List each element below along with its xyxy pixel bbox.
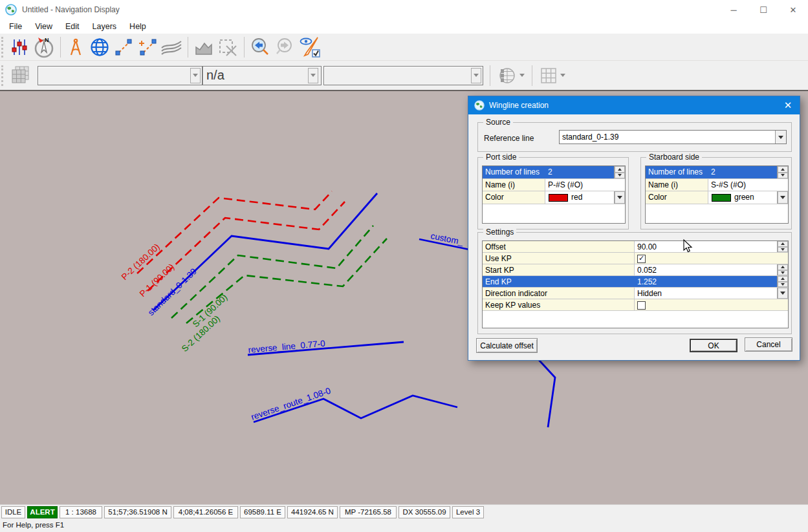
spin-down-icon[interactable]: [615, 173, 625, 179]
display-settings-button[interactable]: [297, 35, 323, 59]
starboard-color-row[interactable]: Color green: [646, 191, 788, 204]
ok-button[interactable]: OK: [690, 339, 737, 352]
dropdown-arrow-icon[interactable]: [615, 191, 625, 204]
direction-indicator-label[interactable]: Direction indicator: [483, 288, 635, 299]
dialog-title-bar[interactable]: Wingline creation ✕: [468, 96, 800, 114]
end-kp-value[interactable]: 1.252: [635, 276, 777, 287]
starboard-color-label[interactable]: Color: [646, 191, 708, 204]
dropdown-arrow-icon[interactable]: [778, 191, 788, 204]
starboard-number-of-lines-spinner[interactable]: [777, 166, 788, 178]
close-button[interactable]: ✕: [778, 0, 808, 19]
spin-down-icon[interactable]: [778, 173, 788, 179]
use-kp-label[interactable]: Use KP: [483, 253, 635, 264]
port-name-row[interactable]: Name (i) P-#S (#O): [483, 179, 625, 191]
menu-layers[interactable]: Layers: [86, 19, 124, 34]
reference-line-standard[interactable]: [153, 193, 377, 310]
starboard-name-row[interactable]: Name (i) S-#S (#O): [646, 179, 788, 191]
scale-combo-arrow[interactable]: [308, 68, 318, 83]
starboard-number-of-lines-row[interactable]: Number of lines 2: [646, 166, 788, 179]
parallel-lines-button[interactable]: [158, 35, 184, 59]
spin-up-icon[interactable]: [778, 166, 788, 173]
layer-combo-right[interactable]: [323, 66, 483, 85]
spin-up-icon[interactable]: [615, 166, 625, 173]
deselect-area-button[interactable]: [216, 35, 241, 59]
grid-dropdown-arrow[interactable]: [560, 74, 565, 77]
starboard-color-combo-arrow[interactable]: [777, 191, 788, 204]
layers-grid-button[interactable]: [8, 63, 32, 88]
spin-down-icon[interactable]: [778, 282, 788, 288]
start-kp-spinner[interactable]: [777, 264, 788, 275]
menu-help[interactable]: Help: [123, 19, 153, 34]
keep-kp-values-row[interactable]: Keep KP values: [483, 299, 788, 311]
layer-combo-left[interactable]: [38, 66, 202, 85]
spin-up-icon[interactable]: [778, 241, 788, 247]
spin-up-icon[interactable]: [778, 264, 788, 270]
use-kp-row[interactable]: Use KP: [483, 253, 788, 264]
port-number-of-lines-value[interactable]: 2: [545, 166, 614, 178]
projection-dropdown-arrow[interactable]: [519, 74, 525, 77]
offset-spinner[interactable]: [777, 241, 788, 252]
menu-view[interactable]: View: [28, 19, 59, 34]
start-kp-value[interactable]: 0.052: [635, 264, 777, 275]
maximize-button[interactable]: ☐: [748, 0, 778, 19]
divider-compass-button[interactable]: [64, 35, 87, 59]
port-color-label[interactable]: Color: [483, 191, 545, 204]
starboard-number-of-lines-label[interactable]: Number of lines: [646, 166, 708, 178]
dropdown-arrow-icon[interactable]: [778, 288, 788, 299]
projection-button[interactable]: [494, 63, 529, 88]
end-kp-label[interactable]: End KP: [483, 276, 635, 287]
zoom-previous-button[interactable]: [248, 35, 272, 59]
reference-line-combo[interactable]: standard_0-1.39: [559, 130, 787, 144]
direction-indicator-row[interactable]: Direction indicator Hidden: [483, 288, 788, 299]
spin-down-icon[interactable]: [778, 247, 788, 253]
measure-line-button[interactable]: [112, 35, 135, 59]
starboard-number-of-lines-value[interactable]: 2: [708, 166, 777, 178]
use-kp-value[interactable]: [635, 253, 788, 264]
globe-button[interactable]: [87, 35, 112, 59]
layer-combo-right-arrow[interactable]: [471, 68, 481, 83]
menu-edit[interactable]: Edit: [59, 19, 86, 34]
cancel-button[interactable]: Cancel: [745, 337, 792, 352]
toolbar-grip[interactable]: [1, 65, 6, 86]
zoom-next-button[interactable]: [272, 35, 297, 59]
keep-kp-values-value[interactable]: [635, 299, 788, 310]
status-alert-badge[interactable]: ALERT: [27, 506, 58, 518]
port-name-label[interactable]: Name (i): [483, 179, 545, 191]
minimize-button[interactable]: ─: [719, 0, 748, 19]
calculate-offset-button[interactable]: Calculate offset: [476, 338, 538, 353]
end-kp-spinner[interactable]: [777, 276, 788, 287]
starboard-name-value[interactable]: S-#S (#O): [708, 179, 788, 191]
filter-sliders-button[interactable]: [8, 35, 31, 59]
port-name-value[interactable]: P-#S (#O): [545, 179, 625, 191]
grid-display-button[interactable]: [536, 63, 569, 88]
port-number-of-lines-label[interactable]: Number of lines: [483, 166, 545, 178]
start-kp-label[interactable]: Start KP: [483, 264, 635, 275]
port-number-of-lines-row[interactable]: Number of lines 2: [483, 166, 625, 179]
direction-indicator-value[interactable]: Hidden: [635, 288, 777, 299]
starboard-color-value[interactable]: green: [708, 191, 777, 204]
scale-combo[interactable]: n/a: [202, 66, 322, 85]
toolbar-grip[interactable]: [1, 37, 6, 58]
wingline-s1[interactable]: [171, 226, 373, 318]
offset-row[interactable]: Offset 90.00: [483, 241, 788, 253]
use-kp-checkbox[interactable]: [637, 255, 646, 263]
starboard-name-label[interactable]: Name (i): [646, 179, 708, 191]
keep-kp-values-checkbox[interactable]: [637, 301, 646, 310]
layer-combo-left-arrow[interactable]: [190, 68, 201, 83]
route-segment-right[interactable]: [532, 353, 555, 427]
wingline-p2[interactable]: [137, 191, 332, 273]
keep-kp-values-label[interactable]: Keep KP values: [483, 299, 635, 310]
offset-value[interactable]: 90.00: [635, 241, 777, 252]
spin-up-icon[interactable]: [778, 276, 788, 282]
add-line-button[interactable]: [135, 35, 158, 59]
menu-file[interactable]: File: [3, 19, 28, 34]
port-color-value[interactable]: red: [545, 191, 614, 204]
port-number-of-lines-spinner[interactable]: [614, 166, 625, 178]
dialog-close-icon[interactable]: ✕: [780, 98, 796, 112]
start-kp-row[interactable]: Start KP 0.052: [483, 264, 788, 276]
spin-down-icon[interactable]: [778, 270, 788, 276]
port-color-row[interactable]: Color red: [483, 191, 625, 204]
direction-indicator-combo-arrow[interactable]: [777, 288, 788, 299]
north-compass-button[interactable]: N: [31, 35, 57, 59]
port-color-combo-arrow[interactable]: [614, 191, 625, 204]
